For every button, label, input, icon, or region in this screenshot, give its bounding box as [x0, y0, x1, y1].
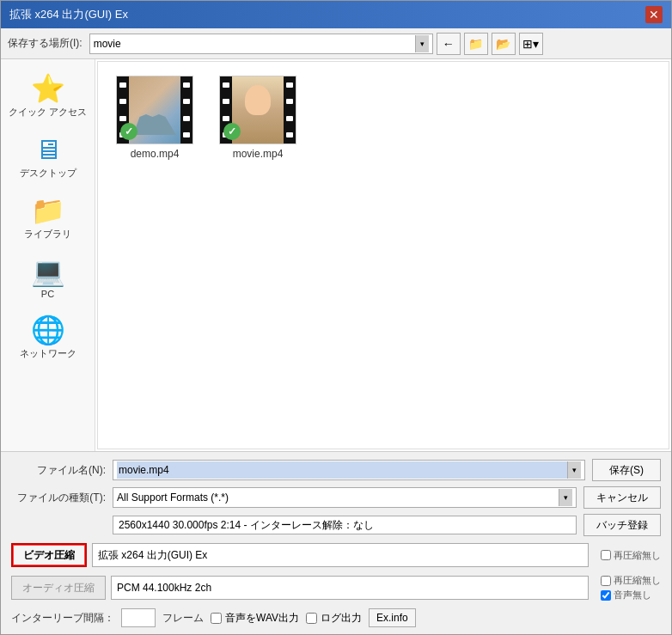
- no-audio-label: 音声無し: [614, 589, 651, 601]
- face-shape: [245, 85, 271, 115]
- library-icon: 📁: [31, 197, 65, 224]
- sidebar-item-label: ライブラリ: [24, 228, 71, 241]
- filetype-combo-arrow[interactable]: ▾: [559, 489, 572, 506]
- filename-label: ファイル名(N):: [11, 463, 106, 478]
- film-hole: [119, 116, 126, 121]
- right-checkboxes: 再圧縮無し: [601, 549, 661, 562]
- sidebar-item-label: デスクトップ: [20, 167, 76, 180]
- sidebar-item-desktop[interactable]: 🖥 デスクトップ: [1, 129, 95, 186]
- list-item[interactable]: ✓ demo.mp4: [112, 76, 198, 160]
- film-hole: [119, 82, 126, 88]
- film-hole: [183, 116, 190, 121]
- hand-shape: [133, 109, 176, 135]
- film-strip-right: [284, 76, 296, 143]
- film-hole: [183, 99, 190, 104]
- frame-label: フレーム: [162, 611, 204, 626]
- folder-nav-icon: 📁: [468, 37, 483, 51]
- sidebar: ⭐ クイック アクセス 🖥 デスクトップ 📁 ライブラリ 💻 PC 🌐 ネットワ…: [1, 59, 95, 451]
- list-item[interactable]: ✓ movie.mp4: [215, 76, 301, 160]
- info-row: 2560x1440 30.000fps 2:14 - インターレース解除：なし …: [11, 514, 661, 536]
- film-hole: [286, 99, 293, 104]
- video-compress-button[interactable]: ビデオ圧縮: [11, 543, 87, 567]
- audio-right-checkboxes: 再圧縮無し 音声無し: [601, 574, 661, 601]
- audio-compress-field: PCM 44.100kHz 2ch: [111, 576, 589, 600]
- cancel-button[interactable]: キャンセル: [583, 486, 661, 509]
- bottom-options-row: インターリーブ間隔： フレーム 音声をWAV出力 ログ出力 Ex.info: [11, 608, 661, 627]
- filetype-label: ファイルの種類(T):: [11, 491, 106, 505]
- desktop-icon: 🖥: [34, 136, 62, 163]
- film-hole: [286, 116, 293, 121]
- sidebar-item-library[interactable]: 📁 ライブラリ: [1, 190, 95, 247]
- view-icon: ⊞▾: [522, 37, 539, 51]
- checkbox-recompress1: 再圧縮無し: [601, 549, 661, 562]
- back-button[interactable]: ←: [437, 33, 461, 55]
- filename-combo-arrow[interactable]: ▾: [567, 461, 581, 479]
- folder-button[interactable]: 📁: [464, 33, 488, 55]
- save-location-label: 保存する場所(I):: [8, 36, 82, 51]
- batch-button[interactable]: バッチ登録: [583, 514, 661, 536]
- film-hole: [223, 99, 229, 104]
- recompress1-label: 再圧縮無し: [614, 549, 661, 562]
- view-button[interactable]: ⊞▾: [519, 33, 543, 55]
- film-strip-right: [180, 76, 192, 143]
- recompress2-checkbox[interactable]: [601, 576, 611, 586]
- log-checkbox-row: ログ出力: [306, 611, 362, 626]
- filetype-combo[interactable]: All Support Formats (*.*) ▾: [113, 487, 577, 508]
- log-output-checkbox[interactable]: [306, 613, 317, 624]
- toolbar: 保存する場所(I): movie ▾ ← 📁 📂 ⊞▾: [1, 28, 671, 59]
- film-hole: [183, 82, 190, 88]
- main-dialog: 拡張 x264 出力(GUI) Ex ✕ 保存する場所(I): movie ▾ …: [0, 0, 672, 635]
- file-name: demo.mp4: [131, 148, 180, 160]
- checkbox-no-audio: 音声無し: [601, 589, 661, 601]
- audio-compress-value: PCM 44.100kHz 2ch: [117, 582, 211, 594]
- recompress2-label: 再圧縮無し: [614, 574, 661, 587]
- video-compress-value: 拡張 x264 出力(GUI) Ex: [98, 548, 207, 563]
- check-icon: ✓: [223, 123, 241, 140]
- recompress1-checkbox[interactable]: [601, 550, 611, 560]
- info-bar: 2560x1440 30.000fps 2:14 - インターレース解除：なし: [113, 516, 577, 534]
- exinfo-button[interactable]: Ex.info: [369, 608, 416, 627]
- log-output-label: ログ出力: [321, 611, 362, 626]
- sidebar-item-quick-access[interactable]: ⭐ クイック アクセス: [1, 68, 95, 125]
- location-combo-arrow[interactable]: ▾: [415, 35, 429, 52]
- info-text: 2560x1440 30.000fps 2:14 - インターレース解除：なし: [119, 518, 374, 533]
- quick-access-icon: ⭐: [31, 75, 65, 102]
- sidebar-item-network[interactable]: 🌐 ネットワーク: [1, 309, 95, 367]
- current-folder-text: movie: [94, 38, 121, 50]
- file-area: ✓ demo.mp4: [95, 59, 671, 451]
- interleave-label: インターリーブ間隔：: [11, 611, 114, 626]
- close-button[interactable]: ✕: [645, 6, 663, 23]
- wav-output-label: 音声をWAV出力: [225, 611, 299, 626]
- sidebar-item-label: PC: [41, 289, 54, 299]
- wav-output-checkbox[interactable]: [211, 613, 222, 624]
- filetype-row: ファイルの種類(T): All Support Formats (*.*) ▾ …: [11, 486, 661, 509]
- new-folder-icon: 📂: [496, 37, 510, 51]
- film-hole: [223, 82, 229, 88]
- filetype-value: All Support Formats (*.*): [117, 492, 229, 504]
- checkbox-recompress2: 再圧縮無し: [601, 574, 661, 587]
- file-list: ✓ demo.mp4: [97, 61, 669, 449]
- film-hole: [286, 132, 293, 137]
- film-hole: [223, 116, 229, 121]
- check-icon: ✓: [120, 123, 137, 140]
- film-hole: [286, 82, 293, 88]
- audio-compress-button[interactable]: オーディオ圧縮: [11, 576, 106, 600]
- network-icon: 🌐: [31, 316, 65, 344]
- no-audio-checkbox[interactable]: [601, 590, 611, 601]
- video-compress-field: 拡張 x264 出力(GUI) Ex: [92, 543, 589, 567]
- film-hole: [183, 132, 190, 137]
- sidebar-item-label: クイック アクセス: [9, 106, 87, 119]
- filename-input[interactable]: [117, 461, 567, 479]
- file-thumbnail-demo: ✓: [116, 76, 193, 144]
- location-combo[interactable]: movie ▾: [89, 34, 433, 54]
- dialog-title: 拡張 x264 出力(GUI) Ex: [9, 7, 128, 22]
- bottom-panel: ファイル名(N): ▾ 保存(S) ファイルの種類(T): All Suppor…: [1, 451, 671, 634]
- interleave-input[interactable]: [121, 608, 156, 627]
- wav-checkbox-row: 音声をWAV出力: [211, 611, 299, 626]
- pc-icon: 💻: [31, 258, 65, 285]
- filename-combo[interactable]: ▾: [113, 460, 585, 480]
- save-button[interactable]: 保存(S): [592, 459, 661, 481]
- sidebar-item-pc[interactable]: 💻 PC: [1, 251, 95, 306]
- compress-row: ビデオ圧縮 拡張 x264 出力(GUI) Ex 再圧縮無し: [11, 543, 661, 567]
- new-folder-button[interactable]: 📂: [492, 33, 516, 55]
